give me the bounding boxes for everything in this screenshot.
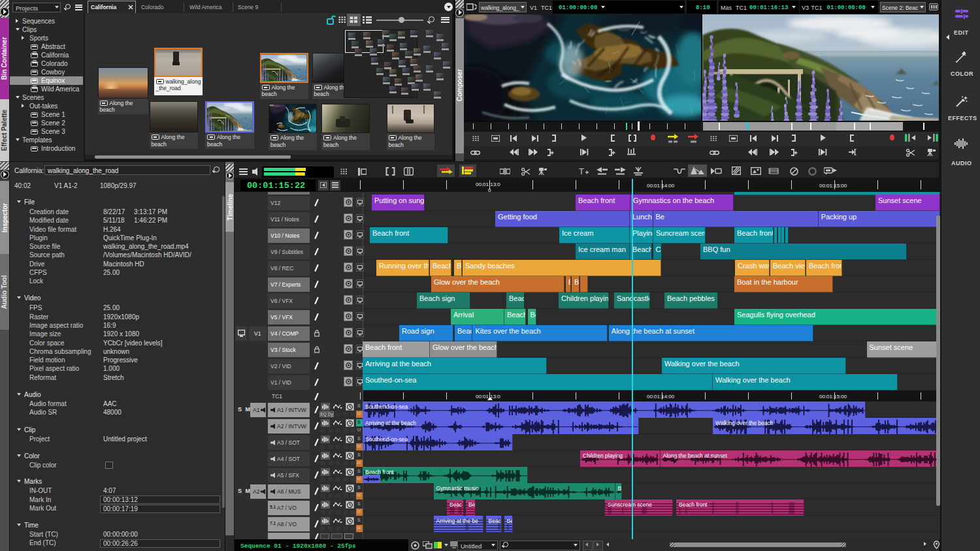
svg-text:T: T xyxy=(579,167,584,176)
